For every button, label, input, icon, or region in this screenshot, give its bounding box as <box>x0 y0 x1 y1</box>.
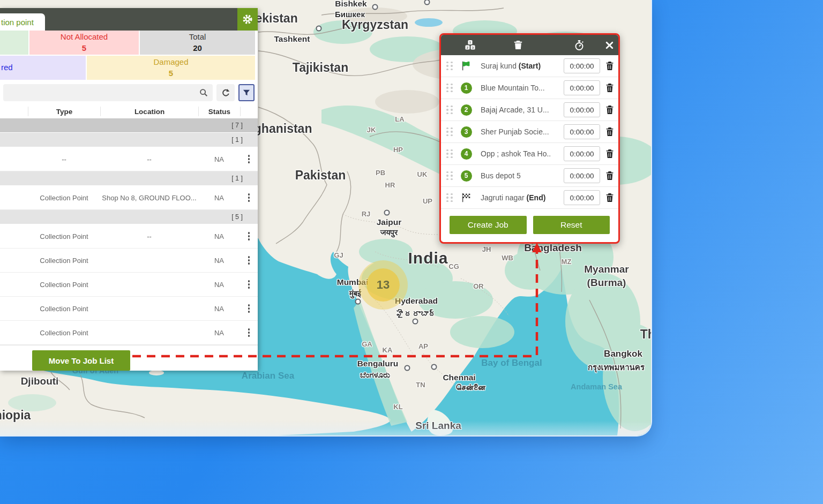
desktop-background: UzbekistanBishkekБишкекKyrgyzstanTashken… <box>0 0 823 504</box>
row-menu-button[interactable] <box>240 155 258 163</box>
stop-label: Bajaj Arcade, 31 U... <box>474 106 564 114</box>
trash-icon <box>605 61 614 71</box>
drag-handle-icon[interactable] <box>446 62 453 71</box>
create-job-button[interactable]: Create Job <box>450 216 527 234</box>
stop-time-input[interactable] <box>564 58 600 73</box>
stops-list: Suraj kund (Start) 1 Blue Mountain To... <box>441 55 618 209</box>
table-row[interactable]: -- -- NA <box>0 147 258 171</box>
row-menu-button[interactable] <box>240 304 258 313</box>
stop-label: Jagruti nagar (End) <box>474 193 564 202</box>
stop-row[interactable]: 5 Bus depot 5 <box>441 165 618 187</box>
table-row[interactable]: Collection Point NA <box>0 249 258 273</box>
stop-marker: 3 <box>458 126 474 138</box>
refresh-button[interactable] <box>216 84 235 101</box>
remove-stop-button[interactable] <box>605 149 614 159</box>
clear-all-button[interactable] <box>512 39 525 51</box>
numbered-blocks-icon: 123 <box>464 40 476 50</box>
stop-row[interactable]: Jagruti nagar (End) <box>441 187 618 209</box>
stats-summary: Not Allocated 5 Total 20 red Damaged 5 <box>0 31 258 81</box>
stop-row[interactable]: 4 Opp ; ashok Tea Ho.. <box>441 143 618 165</box>
map-label: Mumbai <box>337 277 369 287</box>
row-menu-button[interactable] <box>240 232 258 240</box>
map-label: హైదరాబాద్ <box>396 309 437 318</box>
row-menu-button[interactable] <box>240 256 258 265</box>
table-row[interactable]: Collection Point NA <box>0 273 258 297</box>
cell-type: Collection Point <box>28 329 100 337</box>
cell-type: Collection Point <box>28 257 100 265</box>
stop-row[interactable]: 1 Blue Mountain To... <box>441 77 618 99</box>
stop-marker <box>458 60 474 72</box>
trash-icon <box>605 193 614 202</box>
table-group-row[interactable]: [ 1 ] <box>0 133 258 147</box>
stop-time-input[interactable] <box>564 168 600 183</box>
table-row[interactable]: Collection Point Shop No 8, GROUND FLOO.… <box>0 186 258 210</box>
map-label: Bangkok <box>604 349 642 359</box>
map-label: Bay of Bengal <box>481 358 542 368</box>
route-panel-header: 123 <box>441 35 618 55</box>
stop-time-input[interactable] <box>564 190 600 205</box>
group-count: [ 1 ] <box>231 136 243 144</box>
table-group-row[interactable]: [ 1 ] <box>0 171 258 186</box>
settings-button[interactable] <box>237 8 258 31</box>
drag-handle-icon[interactable] <box>446 84 453 93</box>
trash-icon <box>513 40 523 50</box>
col-location: Location <box>100 107 198 116</box>
remove-stop-button[interactable] <box>605 61 614 71</box>
col-actions <box>240 107 258 116</box>
map-card: UzbekistanBishkekБишкекKyrgyzstanTashken… <box>0 0 651 435</box>
numbered-blocks-button[interactable]: 123 <box>463 39 476 51</box>
drag-handle-icon[interactable] <box>446 127 453 137</box>
stop-time-input[interactable] <box>564 102 600 117</box>
partial-left-label: red <box>1 62 13 73</box>
remove-stop-button[interactable] <box>605 171 614 180</box>
refresh-icon <box>221 88 230 97</box>
map-label: Andaman Sea <box>571 382 622 391</box>
stop-row[interactable]: 2 Bajaj Arcade, 31 U... <box>441 99 618 121</box>
stop-label: Suraj kund (Start) <box>474 62 564 70</box>
stop-time-input[interactable] <box>564 80 600 95</box>
drag-handle-icon[interactable] <box>446 171 453 180</box>
table-row[interactable]: Collection Point NA <box>0 321 258 345</box>
remove-stop-button[interactable] <box>605 127 614 137</box>
stop-time-input[interactable] <box>564 124 600 139</box>
total-value: 20 <box>193 43 202 54</box>
tab-collection-point[interactable]: tion point <box>0 13 45 31</box>
damaged-label: Damaged <box>153 57 188 67</box>
table-group-row[interactable]: [ 7 ] <box>0 118 258 133</box>
filter-button[interactable] <box>238 84 255 101</box>
stop-row[interactable]: Suraj kund (Start) <box>441 55 618 77</box>
stat-damaged: Damaged 5 <box>87 56 255 80</box>
remove-stop-button[interactable] <box>605 193 614 202</box>
row-menu-button[interactable] <box>240 193 258 202</box>
stop-row[interactable]: 3 Sher Punjab Socie... <box>441 121 618 143</box>
stat-allocated <box>0 31 28 55</box>
drag-handle-icon[interactable] <box>446 149 453 159</box>
not-allocated-label: Not Allocated <box>61 32 108 42</box>
timer-button[interactable] <box>573 39 586 51</box>
drag-handle-icon[interactable] <box>446 193 453 202</box>
table-row[interactable]: Collection Point NA <box>0 297 258 321</box>
map-label: Bengaluru <box>357 359 399 368</box>
table-group-row[interactable]: [ 5 ] <box>0 210 258 224</box>
drag-handle-icon[interactable] <box>446 106 453 115</box>
cell-type: Collection Point <box>28 281 100 289</box>
trash-icon <box>605 149 614 159</box>
city-dot <box>431 364 437 370</box>
map-label: UP <box>423 197 432 205</box>
remove-stop-button[interactable] <box>605 105 614 115</box>
stop-time-input[interactable] <box>564 146 600 161</box>
close-panel-button[interactable] <box>603 39 616 51</box>
table-row[interactable]: Collection Point -- NA <box>0 224 258 249</box>
map-label: Kyrgyzstan <box>342 18 408 32</box>
map-label: HR <box>385 181 395 189</box>
move-to-job-list-button[interactable]: Move To Job List <box>32 350 130 371</box>
map-label: Djibouti <box>21 375 59 387</box>
reset-button[interactable]: Reset <box>533 216 610 234</box>
row-menu-button[interactable] <box>240 328 258 337</box>
cell-location: Shop No 8, GROUND FLOO... <box>100 194 198 202</box>
map-cluster-marker[interactable]: 13 <box>366 268 400 302</box>
remove-stop-button[interactable] <box>605 83 614 93</box>
row-menu-button[interactable] <box>240 280 258 289</box>
map-label: AP <box>418 342 428 350</box>
search-input[interactable] <box>3 84 199 101</box>
